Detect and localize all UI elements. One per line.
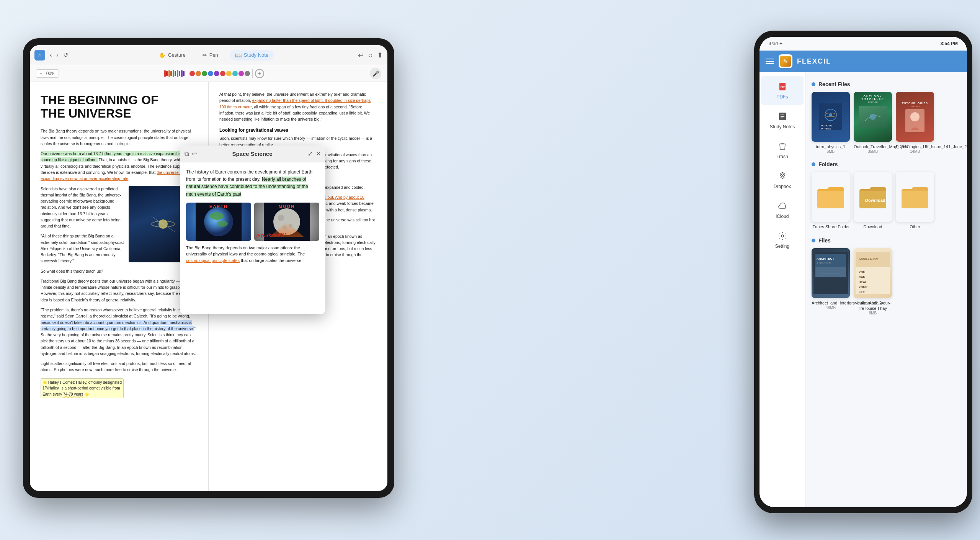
search-icon[interactable]: ⌕ [368, 51, 372, 59]
files-title: Files [818, 237, 831, 244]
home-button[interactable]: ⌂ [34, 50, 45, 61]
psychologies-thumbnail: PSYCHOLOGIES JUNE 2017 [896, 92, 934, 142]
pen-icon: ✏ [203, 52, 207, 58]
tab-pen[interactable]: ✏ Pen [197, 50, 224, 61]
svg-text:& INTERIORS: & INTERIORS [817, 262, 831, 264]
zoom-out-icon[interactable]: − [39, 71, 42, 76]
popup-close-icon[interactable]: ✕ [316, 150, 321, 157]
app-logo-icon: ✎ [780, 56, 791, 67]
app-logo: ✎ [779, 54, 792, 68]
nav-controls: ‹ › ↺ [48, 51, 70, 59]
hayhouse-filesize: 8MB [854, 311, 892, 315]
undo-icon[interactable]: ↺ [62, 51, 70, 59]
other-folder-icon-container [896, 172, 934, 222]
back-icon[interactable]: ‹ [48, 51, 53, 59]
files-header: Files [812, 237, 961, 244]
architect-thumb-content: ARCHITECT & INTERIORS [812, 248, 850, 298]
trash-icon [777, 141, 788, 152]
physics-thumbnail: INTRO TO PHYSICS [812, 92, 850, 142]
sidebar-item-pdfs[interactable]: PDF PDFs [761, 76, 804, 105]
folder-card-other[interactable]: Other [896, 172, 934, 229]
color-pink[interactable] [238, 71, 244, 76]
add-color-button[interactable]: + [255, 69, 264, 78]
share-icon[interactable]: ⬆ [377, 51, 383, 59]
popup-copy-icon[interactable]: ⧉ [185, 151, 189, 157]
file-card-traveller[interactable]: OUTLOOK TRAVELLER EUROPE Outlo [854, 92, 892, 154]
sidebar-item-dropbox[interactable]: Dropbox [761, 165, 804, 195]
file-card-physics[interactable]: INTRO TO PHYSICS intro_physics_1 5MB [812, 92, 850, 154]
folders-header: Folders [812, 161, 961, 167]
svg-text:YOU: YOU [859, 270, 866, 274]
status-time: 3:54 PM [941, 41, 958, 46]
svg-text:Download: Download [865, 198, 885, 203]
tab-study-note[interactable]: 📖 Study Note [230, 50, 274, 61]
architect-filename: Architect_and_Interiors_India_April_2- [812, 300, 850, 306]
file-card-hayhouse[interactable]: LOUISE L. HAY YOU CAN HEAL YOUR LIFE you… [854, 248, 892, 316]
color-red[interactable] [189, 71, 195, 76]
svg-line-2 [152, 216, 175, 232]
popup-main-text: The history of Earth concerns the develo… [186, 169, 319, 198]
download-folder-name: Download [854, 224, 892, 229]
sidebar-item-setting[interactable]: Setting [761, 225, 804, 254]
architect-filesize: 48MB [812, 306, 850, 310]
sidebar-item-trash[interactable]: Trash [761, 136, 804, 165]
physics-thumb-content: INTRO TO PHYSICS [812, 92, 850, 142]
tab-gesture[interactable]: ✋ Gesture [154, 50, 191, 61]
color-yellow[interactable] [226, 71, 232, 76]
tab-gesture-label: Gesture [168, 52, 185, 58]
earth-label: EARTH [186, 204, 251, 209]
popup-body: The history of Earth concerns the develo… [180, 162, 325, 314]
sidebar-setting-label: Setting [775, 244, 789, 249]
color-blue[interactable] [208, 71, 213, 76]
comet-annotation: 🌟 Halley's Comet: Halley, officially des… [41, 378, 124, 399]
color-orange[interactable] [196, 71, 201, 76]
zoom-level: 100% [44, 71, 56, 76]
status-device: iPad ✦ [769, 41, 783, 46]
file-card-architect[interactable]: ARCHITECT & INTERIORS Architect_and_Inte… [812, 248, 850, 316]
color-green[interactable] [202, 71, 207, 76]
marker-orange[interactable] [168, 70, 172, 77]
gesture-icon: ✋ [159, 52, 165, 58]
psychologies-filename: Psychologies_UK_Issue_141_June_2017 [896, 144, 934, 149]
file-card-psychologies[interactable]: PSYCHOLOGIES JUNE 2017 Psychol [896, 92, 934, 154]
microphone-button[interactable]: 🎤 [370, 68, 381, 79]
app-header: ✎ FLEXCIL [760, 51, 967, 72]
marker-red[interactable] [164, 70, 168, 77]
undo-doc-icon[interactable]: ↩ [358, 51, 364, 59]
app-body: PDF PDFs Study Notes [760, 72, 967, 507]
sidebar-item-icloud[interactable]: iCloud [761, 195, 804, 224]
sidebar-item-study-notes[interactable]: Study Notes [761, 106, 804, 135]
popup-header-right: ⤢ ✕ [308, 150, 321, 157]
sidebar: PDF PDFs Study Notes [760, 72, 805, 507]
marker-purple[interactable] [181, 70, 185, 77]
folder-card-download[interactable]: Download Download [854, 172, 892, 229]
zoom-control[interactable]: − 100% [36, 69, 59, 78]
other-folder-thumbnail [896, 172, 934, 222]
traveller-thumbnail: OUTLOOK TRAVELLER EUROPE [854, 92, 892, 142]
color-gray[interactable] [245, 71, 250, 76]
color-teal[interactable] [232, 71, 238, 76]
color-purple[interactable] [214, 71, 219, 76]
hamburger-menu[interactable] [766, 59, 774, 64]
physics-filesize: 5MB [812, 149, 850, 154]
popup-undo-icon[interactable]: ↩ [192, 150, 197, 157]
setting-icon [777, 231, 788, 241]
color-red2[interactable] [220, 71, 225, 76]
sidebar-trash-label: Trash [776, 154, 788, 159]
toolbar-tabs: ✋ Gesture ✏ Pen 📖 Study Note [73, 50, 355, 61]
marker-blue[interactable] [177, 70, 180, 77]
sidebar-study-notes-label: Study Notes [770, 124, 795, 129]
right-tablet-screen: iPad ✦ 3:54 PM ✎ FLEXCIL PDF [760, 37, 967, 507]
forward-icon[interactable]: › [55, 51, 60, 59]
hayhouse-thumb-content: LOUISE L. HAY YOU CAN HEAL YOUR LIFE [854, 248, 892, 298]
svg-text:CAN: CAN [859, 275, 866, 279]
traveller-filename: Outlook_Traveller_May_2017 [854, 144, 892, 149]
folder-card-itunes[interactable]: iTunes Share Folder [812, 172, 850, 229]
svg-rect-32 [815, 267, 846, 277]
files-grid: ARCHITECT & INTERIORS Architect_and_Inte… [812, 248, 961, 316]
svg-point-25 [870, 114, 876, 120]
marker-green[interactable] [173, 70, 176, 77]
popup-expand-icon[interactable]: ⤢ [308, 150, 313, 157]
toolbar-right-controls: ↩ ⌕ ⬆ [358, 51, 383, 59]
section-dot-folders [812, 162, 815, 166]
